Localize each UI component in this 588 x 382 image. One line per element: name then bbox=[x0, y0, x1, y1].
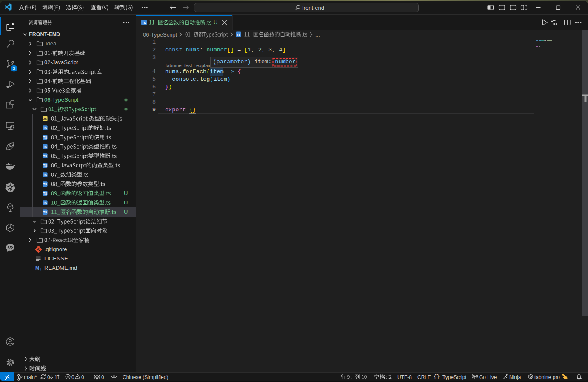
svg-text:3: 3 bbox=[13, 66, 15, 71]
